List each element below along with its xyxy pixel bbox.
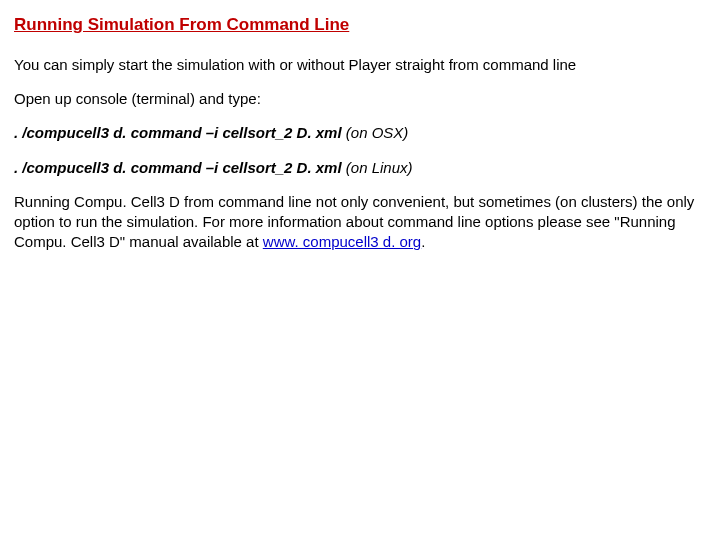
intro-paragraph: You can simply start the simulation with… xyxy=(14,55,706,75)
command-line-linux: . /compucell3 d. command –i cellsort_2 D… xyxy=(14,158,706,178)
document-page: Running Simulation From Command Line You… xyxy=(0,0,720,253)
command-linux-text: . /compucell3 d. command –i cellsort_2 D… xyxy=(14,159,342,176)
page-title: Running Simulation From Command Line xyxy=(14,14,706,37)
command-line-osx: . /compucell3 d. command –i cellsort_2 D… xyxy=(14,123,706,143)
command-osx-text: . /compucell3 d. command –i cellsort_2 D… xyxy=(14,124,342,141)
closing-text-b: . xyxy=(421,233,425,250)
command-linux-hint: (on Linux) xyxy=(342,159,413,176)
compucell-link[interactable]: www. compucell3 d. org xyxy=(263,233,421,250)
command-osx-hint: (on OSX) xyxy=(342,124,409,141)
open-console-paragraph: Open up console (terminal) and type: xyxy=(14,89,706,109)
closing-paragraph: Running Compu. Cell3 D from command line… xyxy=(14,192,706,253)
